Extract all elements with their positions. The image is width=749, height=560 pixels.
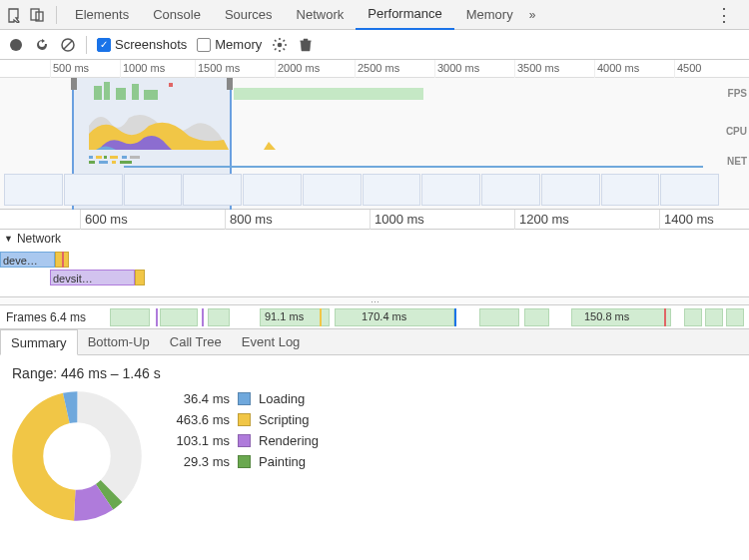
reload-icon[interactable]	[34, 37, 50, 53]
svg-rect-13	[89, 156, 93, 159]
svg-rect-0	[31, 9, 39, 20]
filmstrip-frame[interactable]	[183, 174, 242, 206]
checkbox-checked-icon: ✓	[97, 38, 111, 52]
trash-icon[interactable]	[298, 37, 314, 53]
collapse-arrow-icon: ▼	[4, 234, 13, 244]
svg-rect-9	[144, 90, 158, 100]
filmstrip-frame[interactable]	[481, 174, 540, 206]
flamechart[interactable]: ▼ Network deve… devsit…	[0, 230, 749, 297]
network-request-tail[interactable]	[135, 270, 145, 285]
tab-bottomup[interactable]: Bottom-Up	[78, 329, 160, 355]
filmstrip-frame[interactable]	[601, 174, 660, 206]
tab-sources[interactable]: Sources	[213, 0, 285, 30]
svg-rect-18	[130, 156, 140, 159]
tab-elements[interactable]: Elements	[63, 0, 141, 30]
more-tabs-icon[interactable]: »	[529, 8, 536, 22]
tab-summary[interactable]: Summary	[0, 329, 78, 355]
svg-rect-21	[112, 161, 116, 164]
filmstrip-frame[interactable]	[421, 174, 480, 206]
tab-console[interactable]: Console	[141, 0, 213, 30]
frames-label-text: Frames	[6, 310, 47, 324]
screenshots-checkbox[interactable]: ✓ Screenshots	[97, 37, 187, 52]
overview-body[interactable]: FPS CPU NET	[0, 78, 749, 210]
frame-block[interactable]	[160, 308, 198, 326]
frame-time: 150.8 ms	[584, 310, 629, 322]
network-track-label[interactable]: ▼ Network	[0, 230, 749, 248]
legend-label: Loading	[259, 391, 305, 406]
frame-marker	[664, 308, 666, 326]
overview-ruler: 500 ms 1000 ms 1500 ms 2000 ms 2500 ms 3…	[0, 60, 749, 78]
kebab-menu-icon[interactable]: ⋮	[705, 4, 743, 26]
memory-checkbox[interactable]: Memory	[197, 37, 262, 52]
ruler-tick: 3500 ms	[514, 60, 559, 78]
tab-calltree[interactable]: Call Tree	[160, 329, 232, 355]
record-icon[interactable]	[8, 37, 24, 53]
tab-performance[interactable]: Performance	[356, 0, 453, 30]
filmstrip-frame[interactable]	[243, 174, 302, 206]
ruler-tick: 1400 ms	[659, 210, 714, 230]
ruler-tick: 600 ms	[80, 210, 128, 230]
frame-block[interactable]	[524, 308, 549, 326]
checkbox-icon	[197, 38, 211, 52]
ruler-tick: 1000 ms	[120, 60, 165, 78]
frame-block[interactable]	[208, 308, 230, 326]
svg-rect-22	[120, 161, 132, 164]
legend-value: 29.3 ms	[166, 454, 230, 469]
ruler-tick: 1500 ms	[195, 60, 240, 78]
network-request-bar[interactable]: devsit…	[50, 270, 135, 285]
ruler-tick: 4500	[674, 60, 701, 78]
legend-row-painting: 29.3 ms Painting	[166, 454, 319, 469]
legend-row-rendering: 103.1 ms Rendering	[166, 433, 319, 448]
frames-label: Frames 6.4 ms	[6, 310, 106, 324]
frame-marker	[202, 308, 204, 326]
filmstrip-frame[interactable]	[303, 174, 362, 206]
filmstrip-frame[interactable]	[64, 174, 123, 206]
svg-rect-7	[116, 88, 126, 100]
legend-value: 103.1 ms	[166, 433, 230, 448]
overview-timeline[interactable]: 500 ms 1000 ms 1500 ms 2000 ms 2500 ms 3…	[0, 60, 749, 210]
resize-divider[interactable]: ⋯	[0, 297, 749, 305]
legend-label: Painting	[259, 454, 306, 469]
svg-rect-11	[234, 88, 413, 100]
frame-block[interactable]	[479, 308, 519, 326]
ruler-tick: 2000 ms	[275, 60, 320, 78]
select-element-icon[interactable]	[6, 6, 24, 24]
clear-icon[interactable]	[60, 37, 76, 53]
frame-marker	[320, 308, 322, 326]
ruler-tick: 1200 ms	[514, 210, 569, 230]
summary-pie-chart	[12, 391, 142, 521]
details-tab-bar: Summary Bottom-Up Call Tree Event Log	[0, 329, 749, 355]
svg-rect-10	[169, 83, 173, 87]
frame-block[interactable]	[110, 308, 150, 326]
filmstrip-frame[interactable]	[660, 174, 719, 206]
divider	[56, 6, 57, 24]
filmstrip-frame[interactable]	[363, 174, 421, 206]
tab-eventlog[interactable]: Event Log	[232, 329, 311, 355]
ruler-tick: 1000 ms	[370, 210, 424, 230]
tab-memory[interactable]: Memory	[454, 0, 525, 30]
network-request-bar[interactable]: deve…	[0, 252, 55, 268]
frame-block[interactable]	[726, 308, 744, 326]
frame-block[interactable]	[684, 308, 702, 326]
svg-rect-16	[110, 156, 118, 159]
legend-row-loading: 36.4 ms Loading	[166, 391, 319, 406]
frame-time: 91.1 ms	[265, 310, 304, 322]
summary-range: Range: 446 ms – 1.46 s	[12, 365, 737, 381]
frame-block[interactable]	[705, 308, 723, 326]
svg-rect-6	[104, 82, 110, 100]
legend-value: 36.4 ms	[166, 391, 230, 406]
svg-rect-14	[96, 156, 102, 159]
summary-panel: Range: 446 ms – 1.46 s 36.4 ms Loading	[0, 355, 749, 531]
svg-rect-19	[89, 161, 95, 164]
svg-rect-12	[393, 88, 423, 100]
frames-strip[interactable]: 91.1 ms 170.4 ms 150.8 ms	[110, 308, 745, 326]
main-ruler: 600 ms 800 ms 1000 ms 1200 ms 1400 ms	[0, 210, 749, 230]
frame-time: 170.4 ms	[362, 310, 406, 322]
legend-label: Rendering	[259, 433, 319, 448]
filmstrip-frame[interactable]	[4, 174, 63, 206]
device-toggle-icon[interactable]	[28, 6, 46, 24]
settings-gear-icon[interactable]	[272, 37, 288, 53]
tab-network[interactable]: Network	[285, 0, 357, 30]
filmstrip-frame[interactable]	[124, 174, 183, 206]
filmstrip-frame[interactable]	[541, 174, 600, 206]
